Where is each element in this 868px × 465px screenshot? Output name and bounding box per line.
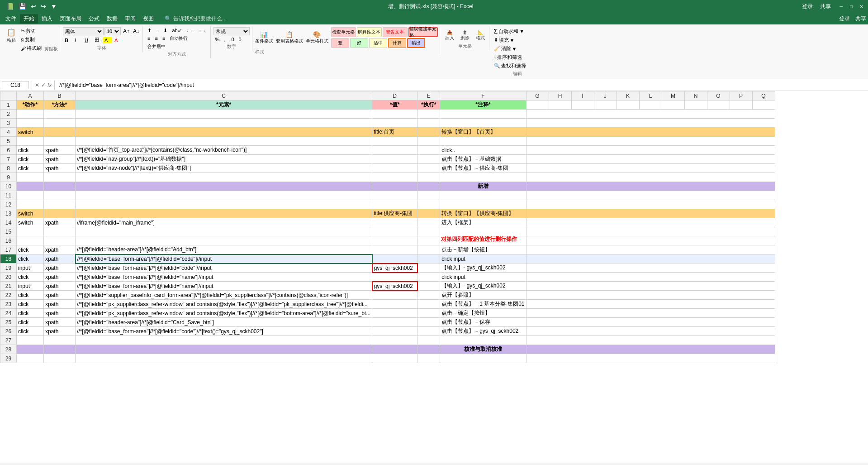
cell-G19[interactable] [526,264,775,273]
cell-Q1[interactable] [752,101,775,110]
cell-style-btn[interactable]: 🎨 单元格样式 [306,31,328,44]
cell-B12[interactable] [44,200,76,209]
table-format-btn[interactable]: 📋 套用表格格式 [276,31,303,44]
cell-D22[interactable] [372,291,417,300]
col-F[interactable]: F [440,91,526,101]
cell-F20[interactable]: click input [440,273,526,282]
cell-D10[interactable] [372,182,417,191]
cell-F4[interactable]: 转换【窗口】【首页】 [440,128,526,137]
cell-G27[interactable] [526,336,775,345]
cell-A21[interactable]: input [17,282,44,291]
font-decrease-btn[interactable]: A↓ [132,28,141,35]
underline-button[interactable]: U [83,37,92,43]
cell-E22[interactable] [417,291,440,300]
cell-D23[interactable] [372,300,417,309]
cell-B19[interactable]: xpath [44,264,76,273]
border-button[interactable]: 田 [93,36,102,44]
insert-function-icon[interactable]: fx [47,82,52,88]
font-increase-btn[interactable]: A↑ [122,28,131,35]
cell-C29[interactable] [76,354,372,363]
cell-A29[interactable] [17,354,44,363]
cell-D1[interactable]: *值* [372,101,417,110]
cell-D9[interactable] [372,173,417,182]
cell-D19[interactable]: gys_qj_sckh002 [372,264,417,273]
cell-C14[interactable]: //iframe[@fieldid="main_iframe"] [76,218,372,227]
fill-color-button[interactable]: A [103,37,112,43]
cell-B14[interactable]: xpath [44,218,76,227]
cell-G2[interactable] [526,110,775,119]
cell-N1[interactable] [684,101,707,110]
col-J[interactable]: J [594,91,617,101]
cell-B25[interactable]: xpath [44,318,76,327]
cell-A10[interactable] [17,182,44,191]
row-14-header[interactable]: 14 [0,218,17,227]
cell-F23[interactable]: 点击【节点】－1 基本分类-集团01 [440,300,526,309]
cell-C7[interactable]: //*[@fieldid="nav-group"]//*[text()="基础数… [76,155,372,164]
diff-style[interactable]: 差 [331,38,349,48]
cell-G4[interactable] [526,128,775,137]
cell-F10[interactable]: 新增 [440,182,526,191]
col-L[interactable]: L [639,91,662,101]
row-28-header[interactable]: 28 [0,345,17,354]
cell-F3[interactable] [440,119,526,128]
cell-G17[interactable] [526,245,775,254]
cell-F6[interactable]: click.. [440,146,526,155]
cell-D18[interactable] [372,254,417,264]
sort-filter-btn[interactable]: ↕ 排序和筛选 [492,53,543,61]
col-G[interactable]: G [526,91,549,101]
cell-E15[interactable] [417,227,440,236]
cell-E18[interactable] [417,254,440,264]
cell-C1[interactable]: *元素* [76,101,372,110]
cell-E10[interactable] [417,182,440,191]
row-2-header[interactable]: 2 [0,110,17,119]
cell-E12[interactable] [417,200,440,209]
row-9-header[interactable]: 9 [0,173,17,182]
cell-C16[interactable] [76,236,372,245]
cell-G10[interactable] [526,182,775,191]
menu-formula[interactable]: 公式 [85,14,103,24]
cell-E7[interactable] [417,155,440,164]
warn-text-style[interactable]: 警告文本 [383,27,408,37]
cell-A20[interactable]: click [17,273,44,282]
number-format-select[interactable]: 常规 [213,27,250,35]
cell-F28[interactable]: 核准与取消核准 [440,345,526,354]
cell-E28[interactable] [417,345,440,354]
cell-E23[interactable] [417,300,440,309]
cell-F19[interactable]: 【输入】- gys_qj_sckh002 [440,264,526,273]
cell-B8[interactable]: xpath [44,164,76,173]
col-P[interactable]: P [730,91,752,101]
row-12-header[interactable]: 12 [0,200,17,209]
calc-style[interactable]: 计算 [388,38,406,48]
decimal-decrease-btn[interactable]: 0. [237,36,245,43]
cell-D8[interactable] [372,164,417,173]
cell-B3[interactable] [44,119,76,128]
col-N[interactable]: N [684,91,707,101]
cell-C18[interactable]: //*[@fieldid="base_form-area"]//*[@field… [76,254,372,264]
medium-style[interactable]: 适中 [369,38,387,48]
cell-C19[interactable]: //*[@fieldid="base_form-area"]//*[@field… [76,264,372,273]
cell-A2[interactable] [17,110,44,119]
row-17-header[interactable]: 17 [0,245,17,254]
cell-E8[interactable] [417,164,440,173]
save-quick-btn[interactable]: 💾 [18,3,27,10]
cell-D7[interactable] [372,155,417,164]
cell-A24[interactable]: click [17,309,44,318]
menu-home[interactable]: 开始 [20,14,38,24]
cell-B10[interactable] [44,182,76,191]
formula-input[interactable] [57,81,866,89]
align-middle-btn[interactable]: ≡ [154,28,161,34]
cell-G20[interactable] [526,273,775,282]
cell-F1[interactable]: *注释* [440,101,526,110]
row-13-header[interactable]: 13 [0,209,17,218]
cell-F9[interactable] [440,173,526,182]
cell-F22[interactable]: 点开【参照】 [440,291,526,300]
cell-A4[interactable]: switch [17,128,44,137]
cell-C10[interactable] [76,182,372,191]
col-K[interactable]: K [617,91,639,101]
cell-B21[interactable]: xpath [44,282,76,291]
cell-B20[interactable]: xpath [44,273,76,282]
cell-A22[interactable]: click [17,291,44,300]
cell-G28[interactable] [526,345,775,354]
cell-O1[interactable] [707,101,730,110]
cell-B2[interactable] [44,110,76,119]
